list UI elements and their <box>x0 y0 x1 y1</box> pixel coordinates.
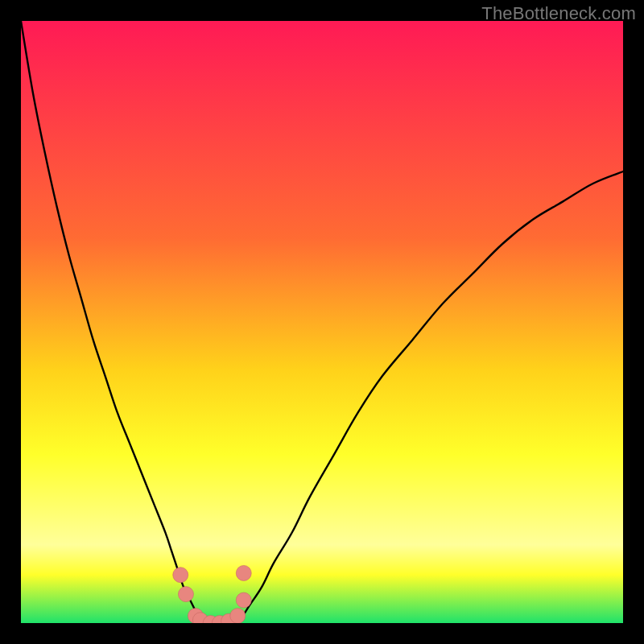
chart-root: TheBottleneck.com <box>0 0 644 644</box>
bottleneck-curve <box>21 21 623 623</box>
curve-layer <box>21 21 623 623</box>
watermark-label: TheBottleneck.com <box>481 3 636 24</box>
plot-area <box>21 21 623 623</box>
data-marker <box>236 565 251 580</box>
data-marker <box>173 568 188 583</box>
data-marker <box>230 609 246 623</box>
data-marker <box>178 587 193 602</box>
data-marker <box>236 592 251 608</box>
